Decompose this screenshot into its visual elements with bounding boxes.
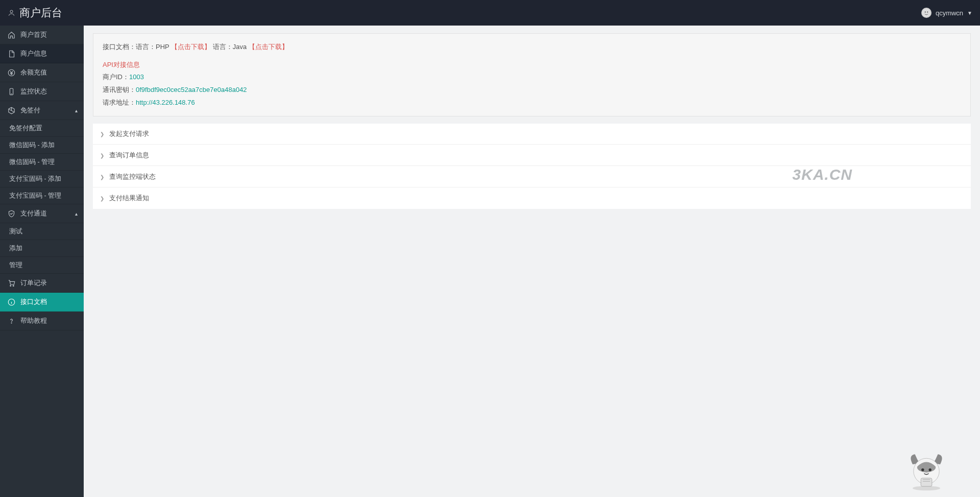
sidebar-label: 微信固码 - 管理	[9, 158, 55, 167]
svg-point-12	[11, 322, 12, 323]
sidebar-item-channel-manage[interactable]: 管理	[0, 257, 84, 274]
caret-down-icon: ▼	[967, 10, 972, 16]
chevron-right-icon: ❯	[100, 174, 104, 180]
sidebar-submenu-nosign: 免签付配置 微信固码 - 添加 微信固码 - 管理 支付宝固码 - 添加 支付宝…	[0, 120, 84, 204]
sidebar-submenu-channel: 测试 添加 管理	[0, 223, 84, 274]
svg-point-15	[921, 468, 924, 471]
sidebar-item-nosign[interactable]: 免签付 ▴	[0, 101, 84, 120]
sidebar-item-channel-test[interactable]: 测试	[0, 223, 84, 240]
label: 请求地址：	[103, 99, 136, 106]
svg-point-1	[922, 9, 931, 17]
sidebar-item-api-doc[interactable]: 接口文档	[0, 293, 84, 312]
sidebar-item-ali-manage[interactable]: 支付宝固码 - 管理	[0, 187, 84, 204]
question-icon	[8, 317, 15, 325]
accordion-header-query-monitor[interactable]: ❯ 查询监控端状态	[93, 167, 971, 187]
sidebar-item-help[interactable]: 帮助教程	[0, 312, 84, 330]
brand: 商户后台	[8, 6, 62, 20]
sidebar: 商户首页 商户信息 余额充值 监控状态 免签付 ▴ 免签付配置 微信固码 - 添…	[0, 26, 84, 497]
sidebar-label: 支付宝固码 - 管理	[9, 192, 61, 200]
chevron-right-icon: ❯	[100, 131, 104, 137]
api-info-card: 接口文档：语言：PHP 【点击下载】 语言：Java 【点击下载】 API对接信…	[93, 33, 971, 116]
user-menu[interactable]: qcymwcn ▼	[921, 8, 972, 18]
sidebar-item-home[interactable]: 商户首页	[0, 26, 84, 44]
svg-point-7	[10, 285, 11, 286]
label: 通讯密钥：	[103, 86, 136, 93]
user-outline-icon	[8, 9, 15, 17]
sidebar-label: 订单记录	[20, 278, 47, 288]
svg-point-16	[929, 468, 932, 471]
chevron-right-icon: ❯	[100, 153, 104, 158]
text: 接口文档：语言：PHP	[103, 43, 169, 51]
mascot-icon[interactable]	[903, 446, 949, 492]
sidebar-label: 管理	[9, 261, 22, 270]
text: 语言：Java	[213, 43, 247, 51]
chevron-right-icon: ❯	[100, 196, 104, 201]
main-content: 接口文档：语言：PHP 【点击下载】 语言：Java 【点击下载】 API对接信…	[84, 26, 980, 497]
accordion-header-query-order[interactable]: ❯ 查询订单信息	[93, 145, 971, 166]
merchant-id-value: 1003	[129, 73, 144, 81]
sidebar-label: 支付通道	[20, 209, 47, 218]
sidebar-label: 微信固码 - 添加	[9, 141, 55, 150]
api-info-title: API对接信息	[103, 59, 961, 72]
sidebar-item-wx-add[interactable]: 微信固码 - 添加	[0, 137, 84, 154]
accordion-label: 查询订单信息	[109, 151, 149, 160]
document-icon	[8, 50, 15, 58]
accordion-label: 查询监控端状态	[109, 172, 156, 181]
accordion-label: 发起支付请求	[109, 129, 149, 138]
sidebar-item-channel-add[interactable]: 添加	[0, 240, 84, 257]
sidebar-label: 支付宝固码 - 添加	[9, 175, 61, 183]
chevron-up-icon: ▴	[75, 211, 78, 217]
api-accordion: ❯ 发起支付请求 ❯ 查询订单信息 ❯ 查询监控端状态 ❯ 支付结果	[93, 124, 971, 209]
sidebar-label: 商户信息	[20, 49, 47, 58]
url-row: 请求地址：http://43.226.148.76	[103, 97, 961, 109]
sidebar-label: 免签付配置	[9, 124, 42, 133]
sidebar-item-merchant-info[interactable]: 商户信息	[0, 44, 84, 63]
svg-point-0	[10, 10, 13, 13]
chevron-up-icon: ▴	[75, 108, 78, 113]
doc-download-line: 接口文档：语言：PHP 【点击下载】 语言：Java 【点击下载】	[103, 41, 961, 54]
brand-title: 商户后台	[19, 6, 62, 20]
sidebar-item-nosign-config[interactable]: 免签付配置	[0, 120, 84, 137]
accordion-header-pay-notify[interactable]: ❯ 支付结果通知	[93, 188, 971, 208]
sidebar-label: 余额充值	[20, 68, 47, 77]
merchant-id-row: 商户ID：1003	[103, 71, 961, 84]
php-download-link[interactable]: 【点击下载】	[171, 43, 211, 51]
sidebar-label: 帮助教程	[20, 316, 47, 325]
top-header: 商户后台 qcymwcn ▼	[0, 0, 980, 26]
cube-icon	[8, 107, 15, 114]
secret-row: 通讯密钥：0f9fbdf9ec0cec52aa7cbe7e0a48a042	[103, 84, 961, 97]
java-download-link[interactable]: 【点击下载】	[249, 43, 288, 51]
avatar-icon	[921, 8, 932, 18]
cart-icon	[8, 279, 15, 287]
shield-icon	[8, 210, 15, 218]
sidebar-label: 监控状态	[20, 87, 47, 96]
label: 商户ID：	[103, 73, 129, 81]
sidebar-label: 商户首页	[20, 30, 47, 39]
accordion-header-init-pay[interactable]: ❯ 发起支付请求	[93, 124, 971, 145]
sidebar-item-monitor[interactable]: 监控状态	[0, 82, 84, 101]
username: qcymwcn	[936, 9, 963, 17]
svg-point-3	[927, 11, 928, 12]
sidebar-item-orders[interactable]: 订单记录	[0, 274, 84, 293]
accordion-label: 支付结果通知	[109, 194, 149, 203]
request-url-link[interactable]: http://43.226.148.76	[136, 99, 195, 106]
sidebar-item-ali-add[interactable]: 支付宝固码 - 添加	[0, 171, 84, 187]
sidebar-label: 测试	[9, 227, 22, 236]
info-icon	[8, 298, 15, 306]
yen-icon	[8, 69, 15, 77]
sidebar-item-recharge[interactable]: 余额充值	[0, 63, 84, 82]
sidebar-label: 免签付	[20, 106, 40, 115]
sidebar-item-channel[interactable]: 支付通道 ▴	[0, 204, 84, 223]
svg-point-8	[13, 285, 14, 286]
mobile-icon	[8, 88, 15, 96]
svg-point-2	[925, 11, 926, 12]
sidebar-label: 接口文档	[20, 297, 47, 306]
sidebar-item-wx-manage[interactable]: 微信固码 - 管理	[0, 154, 84, 171]
sidebar-label: 添加	[9, 244, 22, 253]
home-icon	[8, 31, 15, 39]
secret-value: 0f9fbdf9ec0cec52aa7cbe7e0a48a042	[136, 86, 247, 93]
